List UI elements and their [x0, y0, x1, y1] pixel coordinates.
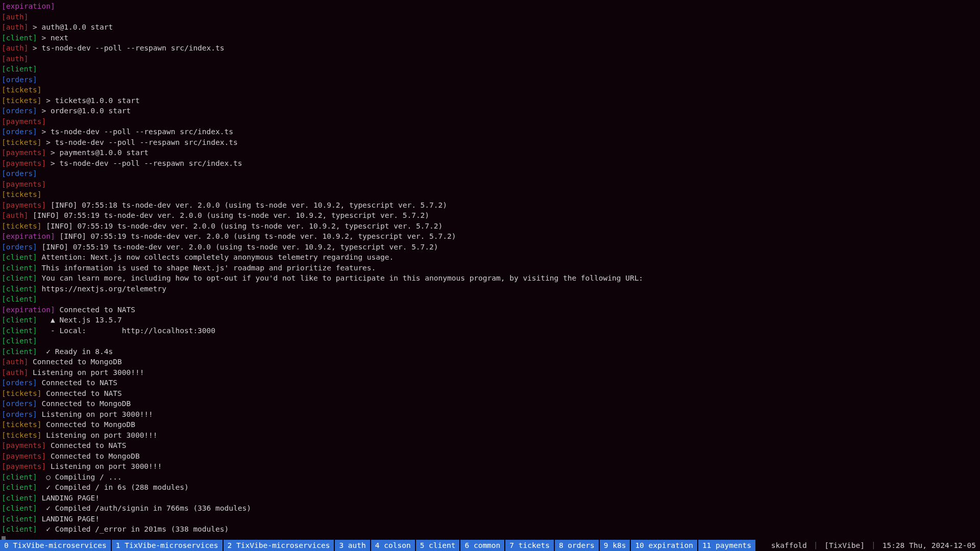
log-message: Connected to MongoDB — [37, 399, 131, 408]
log-tag-orders: [orders] — [2, 107, 37, 115]
log-line: [orders] [INFO] 07:55:19 ts-node-dev ver… — [2, 242, 978, 253]
log-message: Connected to NATS — [42, 389, 122, 397]
log-message: Connected to NATS — [37, 379, 117, 387]
log-tag-payments: [payments] — [2, 201, 46, 209]
terminal-output[interactable]: [expiration][auth][auth] > auth@1.0.0 st… — [0, 0, 980, 540]
tmux-window-11[interactable]: 11 payments — [698, 540, 756, 551]
log-message: ○ Compiling / ... — [37, 473, 122, 481]
log-tag-client: [client] — [2, 337, 37, 345]
log-line: [client] — [2, 64, 978, 74]
log-line: [client] - Local: http://localhost:3000 — [2, 325, 978, 336]
log-line: [payments] > payments@1.0.0 start — [2, 147, 978, 158]
log-message: Connected to MongoDB — [28, 358, 121, 366]
log-line: [auth] > auth@1.0.0 start — [2, 22, 978, 33]
separator-icon: | — [811, 540, 821, 551]
log-line: [client] LANDING PAGE! — [2, 493, 978, 504]
tmux-window-8[interactable]: 8 orders — [555, 540, 600, 551]
log-message: You can learn more, including how to opt… — [37, 274, 643, 282]
log-message: > ts-node-dev --poll --respawn src/index… — [37, 128, 233, 136]
log-tag-auth: [auth] — [2, 211, 28, 219]
log-line: [auth] [INFO] 07:55:19 ts-node-dev ver. … — [2, 210, 978, 221]
tmux-windows: 0 TixVibe-microservices1 TixVibe-microse… — [0, 540, 756, 551]
log-tag-orders: [orders] — [2, 243, 37, 251]
log-line: [tickets] > tickets@1.0.0 start — [2, 95, 978, 106]
log-message: [INFO] 07:55:19 ts-node-dev ver. 2.0.0 (… — [37, 243, 438, 251]
log-message: > tickets@1.0.0 start — [42, 96, 140, 105]
log-message: > payments@1.0.0 start — [46, 148, 149, 157]
status-datetime: 15:28 Thu, 2024-12-05 — [878, 540, 980, 551]
tmux-window-1[interactable]: 1 TixVibe-microservices — [112, 540, 224, 551]
log-tag-orders: [orders] — [2, 399, 37, 408]
log-line: [payments] — [2, 179, 978, 190]
log-line: [client] ✓ Compiled /_error in 201ms (33… — [2, 524, 978, 535]
log-line: [auth] Connected to MongoDB — [2, 357, 978, 367]
log-tag-auth: [auth] — [2, 55, 28, 63]
log-message: Connected to NATS — [46, 441, 126, 449]
log-line: [client] ▲ Next.js 13.5.7 — [2, 315, 978, 325]
log-message: Connected to MongoDB — [46, 452, 139, 460]
log-line: [auth] — [2, 54, 978, 64]
log-tag-orders: [orders] — [2, 410, 37, 418]
log-message: ✓ Compiled /_error in 201ms (338 modules… — [37, 525, 229, 533]
log-message: Listening on port 3000!!! — [46, 462, 162, 470]
log-tag-orders: [orders] — [2, 169, 37, 178]
log-tag-client: [client] — [2, 264, 37, 272]
log-tag-client: [client] — [2, 34, 37, 42]
log-line: [tickets] — [2, 189, 978, 200]
tmux-window-9[interactable]: 9 k8s — [600, 540, 631, 551]
log-message: > ts-node-dev --poll --respawn src/index… — [28, 44, 224, 52]
log-line: [auth] Listening on port 3000!!! — [2, 367, 978, 378]
log-message: Attention: Next.js now collects complete… — [37, 253, 394, 261]
log-line: [orders] — [2, 74, 978, 85]
log-message: ✓ Compiled / in 6s (288 modules) — [37, 483, 189, 491]
log-line: [client] ✓ Compiled /auth/signin in 766m… — [2, 503, 978, 514]
log-message: > next — [37, 34, 68, 42]
log-line: [orders] — [2, 168, 978, 179]
log-message: LANDING PAGE! — [37, 494, 100, 502]
log-line: [payments] > ts-node-dev --poll --respaw… — [2, 158, 978, 169]
terminal-cursor — [2, 536, 6, 540]
log-tag-tickets: [tickets] — [2, 222, 42, 230]
log-message: > orders@1.0.0 start — [37, 107, 131, 115]
log-tag-orders: [orders] — [2, 128, 37, 136]
log-tag-orders: [orders] — [2, 379, 37, 387]
log-tag-payments: [payments] — [2, 452, 46, 460]
log-message: [INFO] 07:55:19 ts-node-dev ver. 2.0.0 (… — [28, 211, 429, 219]
tmux-window-2[interactable]: 2 TixVibe-microservices — [224, 540, 335, 551]
log-line: [expiration] Connected to NATS — [2, 305, 978, 315]
log-line: [tickets] — [2, 85, 978, 95]
log-message: - Local: http://localhost:3000 — [37, 327, 215, 335]
log-tag-tickets: [tickets] — [2, 86, 42, 94]
log-tag-payments: [payments] — [2, 148, 46, 157]
log-tag-client: [client] — [2, 525, 37, 533]
log-tag-expiration: [expiration] — [2, 232, 55, 240]
log-message: Connected to NATS — [55, 306, 135, 314]
tmux-window-3[interactable]: 3 auth — [335, 540, 371, 551]
log-line: [client] ✓ Compiled / in 6s (288 modules… — [2, 482, 978, 493]
tmux-window-0[interactable]: 0 TixVibe-microservices — [0, 540, 112, 551]
log-tag-client: [client] — [2, 327, 37, 335]
log-message: ✓ Ready in 8.4s — [37, 347, 113, 356]
log-line: [payments] [INFO] 07:55:18 ts-node-dev v… — [2, 200, 978, 211]
tmux-window-7[interactable]: 7 tickets — [505, 540, 555, 551]
log-tag-tickets: [tickets] — [2, 190, 42, 198]
tmux-window-5[interactable]: 5 client — [416, 540, 461, 551]
log-line: [client] https://nextjs.org/telemetry — [2, 284, 978, 294]
log-message: ▲ Next.js 13.5.7 — [37, 316, 122, 324]
log-tag-tickets: [tickets] — [2, 389, 42, 397]
status-mode: skaffold — [767, 540, 811, 551]
log-tag-auth: [auth] — [2, 368, 28, 377]
log-tag-tickets: [tickets] — [2, 420, 42, 429]
tmux-window-10[interactable]: 10 expiration — [631, 540, 698, 551]
log-line: [payments] Connected to MongoDB — [2, 451, 978, 462]
log-line: [client] — [2, 294, 978, 305]
log-tag-payments: [payments] — [2, 117, 46, 126]
log-line: [expiration] — [2, 1, 978, 12]
log-message: Connected to MongoDB — [42, 420, 135, 429]
log-tag-orders: [orders] — [2, 76, 37, 84]
tmux-window-6[interactable]: 6 common — [460, 540, 505, 551]
statusbar-spacer — [756, 540, 767, 551]
tmux-window-4[interactable]: 4 colson — [371, 540, 416, 551]
log-message: [INFO] 07:55:18 ts-node-dev ver. 2.0.0 (… — [46, 201, 447, 209]
log-message: > ts-node-dev --poll --respawn src/index… — [42, 138, 238, 146]
